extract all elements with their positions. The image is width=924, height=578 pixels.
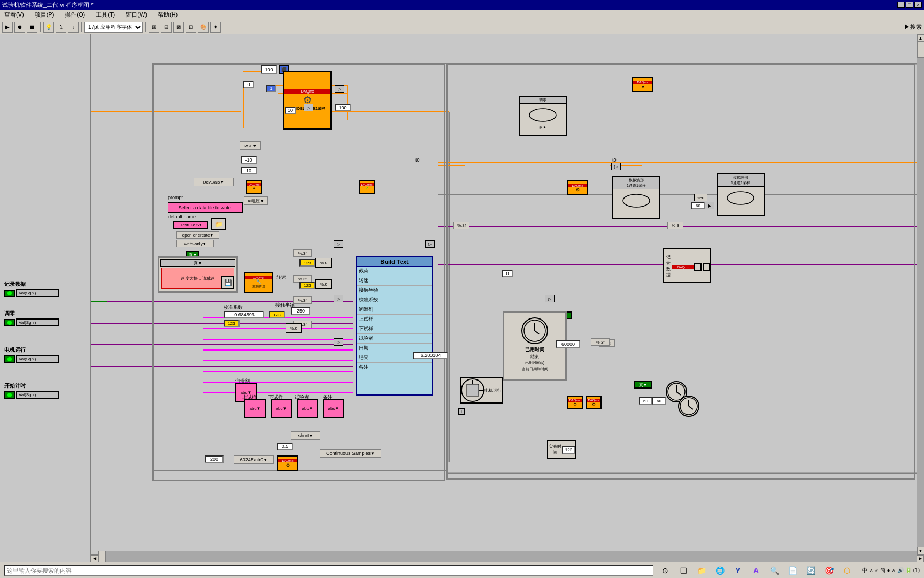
reorder-button[interactable]: ⊠ — [173, 22, 184, 33]
taskbar-task-view[interactable]: ❑ — [676, 564, 691, 577]
short-dropdown[interactable]: short ▼ — [291, 431, 320, 440]
highlight-button[interactable]: 💡 — [43, 22, 54, 33]
menu-help[interactable]: 帮助(H) — [156, 10, 180, 20]
calibration-label: 校准系数 — [224, 304, 264, 311]
menu-view[interactable]: 查看(V) — [2, 10, 26, 20]
statusbar-search-input[interactable] — [4, 565, 653, 576]
taskbar-search[interactable]: 🔍 — [767, 564, 782, 577]
step-over-button[interactable]: ⤵ — [56, 22, 66, 33]
scroll-up-btn[interactable]: ▲ — [917, 34, 925, 42]
run-continuous-button[interactable]: ⏺ — [14, 22, 25, 33]
num-200[interactable]: 200 — [205, 455, 224, 463]
remark-block[interactable]: abc▼ — [323, 399, 344, 418]
num-60-3[interactable]: 60 — [652, 397, 666, 405]
tune-zero-value: Val(Sgnl) — [16, 318, 59, 326]
format-3: %.3f — [293, 296, 312, 304]
distribute-button[interactable]: ⊟ — [161, 22, 172, 33]
taskbar-doc[interactable]: 📄 — [785, 564, 800, 577]
format-6: %.3 — [667, 222, 683, 229]
file-dialog-block[interactable]: 📁 — [211, 218, 226, 230]
bt-port-5: 上试样 — [357, 315, 432, 324]
daqmx-rb-1: DAQmx ⚙ — [567, 396, 583, 409]
taskbar-file-explorer[interactable]: 📁 — [694, 564, 709, 577]
maximize-button[interactable]: □ — [906, 2, 913, 8]
menu-project[interactable]: 项目(P) — [33, 10, 57, 20]
scroll-right-btn[interactable]: ▶ — [917, 555, 924, 562]
arrow-right-1: ▷ — [611, 163, 621, 170]
tester-block[interactable]: abc▼ — [297, 399, 318, 418]
align-button[interactable]: ⊞ — [149, 22, 159, 33]
extra-button-1[interactable]: ✦ — [210, 22, 221, 33]
svg-point-31 — [529, 109, 556, 121]
abort-button[interactable]: ⏹ — [27, 22, 37, 33]
taskbar-cortana[interactable]: ⊙ — [658, 564, 673, 577]
num-250[interactable]: 250 — [291, 307, 310, 315]
toolbar: ▶ ⏺ ⏹ 💡 ⤵ ↓ 17pt 应用程序字体 ⊞ ⊟ ⊠ ⊡ 🎨 ✦ ▶搜索 — [0, 20, 924, 34]
color-button[interactable]: 🎨 — [198, 22, 209, 33]
num-60000[interactable]: 60000 — [556, 340, 580, 348]
title-text: 试验机软件系统_二代.vi 程序框图 * — [2, 1, 94, 9]
step-into-button[interactable]: ↓ — [68, 22, 79, 33]
title-bar: 试验机软件系统_二代.vi 程序框图 * _ □ × — [0, 0, 924, 10]
svg-rect-36 — [467, 384, 479, 396]
num-10[interactable]: 10 — [285, 107, 296, 114]
resize-button[interactable]: ⊡ — [186, 22, 196, 33]
system-tray: 中 ∧ ♂ 简 ● ∧ 🔊 🔋 (1) — [862, 567, 920, 574]
upper-sample-block[interactable]: abc▼ — [244, 399, 266, 418]
taskbar-app-a[interactable]: A — [749, 564, 764, 577]
vertical-scrollbar[interactable]: ▲ ▼ — [917, 34, 924, 554]
taskbar-app-y[interactable]: Y — [730, 564, 745, 577]
vscroll-thumb[interactable] — [917, 42, 924, 58]
num-1[interactable]: 1 — [266, 85, 276, 92]
hscroll-track[interactable] — [98, 551, 917, 562]
num-60-2[interactable]: 60 — [639, 397, 652, 405]
scroll-down-btn[interactable]: ▼ — [917, 547, 925, 554]
taskbar-lv[interactable]: 🎯 — [821, 564, 836, 577]
continuous-dropdown[interactable]: Continuous Samples ▼ — [320, 449, 381, 458]
taskbar-extra[interactable]: ⬡ — [840, 564, 854, 577]
num-0-right[interactable]: 0 — [502, 270, 513, 277]
run-button[interactable]: ▶ — [2, 22, 13, 33]
ai-voltage-dropdown[interactable]: AI电压 ▼ — [244, 196, 268, 205]
rse-dropdown[interactable]: RSE ▼ — [240, 141, 261, 150]
font-select[interactable]: 17pt 应用程序字体 — [84, 22, 143, 33]
calibration-value[interactable]: -0.684593 — [224, 311, 264, 318]
hscroll-thumb[interactable] — [98, 551, 106, 562]
num-123-1: 123 — [299, 259, 315, 267]
write-only-dropdown[interactable]: write-only ▼ — [176, 240, 214, 247]
device-dropdown[interactable]: Dev1/ai5 ▼ — [194, 178, 234, 186]
arrow-right-2: ▶ — [705, 202, 714, 209]
close-button[interactable]: × — [914, 2, 922, 8]
num-10-2[interactable]: 10 — [241, 167, 257, 174]
num-0[interactable]: 0 — [243, 81, 254, 88]
horizontal-scrollbar[interactable]: ◀ ▶ — [91, 554, 924, 562]
elapsed-date-label: 当前日期和时间 — [504, 367, 565, 372]
num-100-2[interactable]: 100 — [335, 104, 351, 111]
menu-tools[interactable]: 工具(T) — [94, 10, 117, 20]
taskbar-app-orange[interactable]: 🔄 — [803, 564, 818, 577]
num-60-1[interactable]: 60 — [691, 202, 705, 209]
menu-window[interactable]: 窗口(W) — [124, 10, 149, 20]
num-100-1[interactable]: 100 — [261, 65, 277, 74]
minimize-button[interactable]: _ — [897, 2, 905, 8]
lower-sample-block[interactable]: abc▼ — [271, 399, 292, 418]
wave-1-header: 调零 — [520, 97, 566, 104]
menu-bar: 查看(V) 项目(P) 操作(O) 工具(T) 窗口(W) 帮助(H) — [0, 10, 924, 20]
tune-zero-item: 调零 Val(Sgnl) — [4, 310, 59, 326]
taskbar-edge[interactable]: 🌐 — [712, 564, 727, 577]
ctr-dropdown[interactable]: 6024E/ctr0 ▼ — [234, 455, 274, 464]
open-create-dropdown[interactable]: open or create ▼ — [176, 231, 219, 239]
num-05[interactable]: 0.5 — [277, 443, 293, 450]
menu-operate[interactable]: 操作(O) — [63, 10, 87, 20]
compare-arrow-2: ▷ — [304, 104, 313, 111]
num-pi2[interactable]: 6.283184 — [413, 352, 448, 359]
wave-block-1: 调零 假 ▶ — [519, 96, 567, 136]
arrow-comp-1: ▷ — [334, 240, 343, 248]
svg-point-32 — [623, 194, 650, 207]
vscroll-track[interactable] — [917, 42, 924, 547]
scroll-left-btn[interactable]: ◀ — [91, 555, 98, 562]
bool-true-right-3[interactable]: 真 ▼ — [634, 381, 652, 389]
window-controls: _ □ × — [897, 2, 922, 8]
num-minus10[interactable]: -10 — [241, 156, 257, 164]
record-data-item: 记录数据 Val(Sgnl) — [4, 280, 59, 297]
